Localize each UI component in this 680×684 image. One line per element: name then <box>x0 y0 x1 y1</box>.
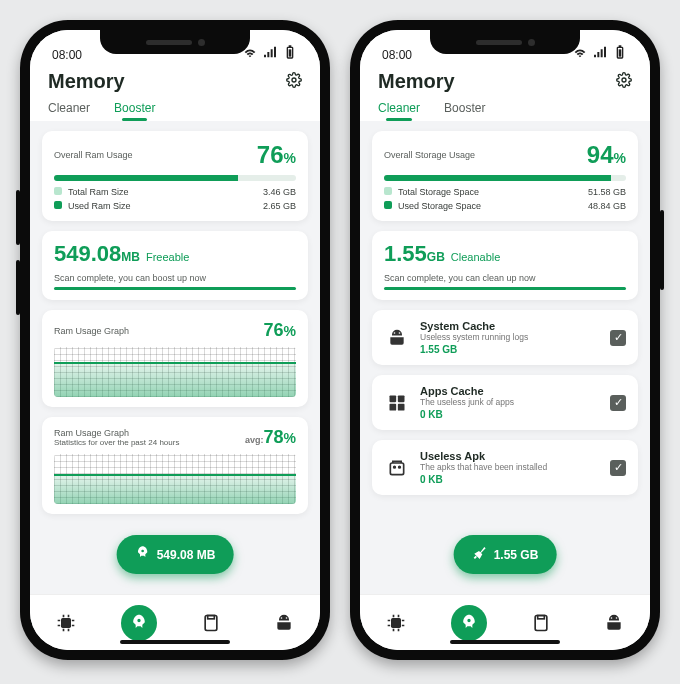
page-title: Memory <box>378 70 455 93</box>
clean-fab-label: 1.55 GB <box>494 548 539 562</box>
cleanable-unit: GB <box>427 250 445 264</box>
settings-button[interactable] <box>286 72 302 92</box>
scan-message: Scan complete, you can boost up now <box>54 273 296 283</box>
broom-icon <box>472 545 488 564</box>
screen: 08:00 Memory Cleaner <box>30 30 320 650</box>
checkbox[interactable]: ✓ <box>610 460 626 476</box>
settings-button[interactable] <box>616 72 632 92</box>
screen: 08:00 Memory Cleaner Booster O <box>360 30 650 650</box>
nav-boost[interactable] <box>451 605 487 641</box>
nav-cpu[interactable] <box>378 605 414 641</box>
tab-cleaner[interactable]: Cleaner <box>48 101 90 121</box>
phone-mockup-booster: 08:00 Memory Cleaner <box>20 20 330 660</box>
freeable-suffix: Freeable <box>146 251 189 263</box>
svg-rect-8 <box>398 395 405 402</box>
ram-graph-card-current: Ram Usage Graph 76% <box>42 310 308 407</box>
tab-cleaner[interactable]: Cleaner <box>378 101 420 121</box>
checkbox[interactable]: ✓ <box>610 395 626 411</box>
item-title: Apps Cache <box>420 385 600 397</box>
home-indicator <box>120 640 230 644</box>
clean-fab[interactable]: 1.55 GB <box>454 535 557 574</box>
graph1 <box>54 347 296 397</box>
used-ram-value: 2.65 GB <box>263 201 296 211</box>
graph2-avg: 78 <box>264 427 284 447</box>
scan-progress <box>384 287 626 290</box>
svg-point-12 <box>394 466 396 468</box>
nav-storage[interactable] <box>193 605 229 641</box>
used-ram-label: Used Ram Size <box>68 201 131 211</box>
scan-message: Scan complete, you can clean up now <box>384 273 626 283</box>
freeable-value: 549.08 <box>54 241 121 266</box>
svg-rect-11 <box>390 463 403 475</box>
freeable-card: 549.08MBFreeable Scan complete, you can … <box>42 231 308 300</box>
storage-usage-card: Overall Storage Usage 94% Total Storage … <box>372 131 638 221</box>
used-storage-value: 48.84 GB <box>588 201 626 211</box>
apk-icon <box>384 455 410 481</box>
boost-fab-label: 549.08 MB <box>157 548 216 562</box>
ram-usage-card: Overall Ram Usage 76% Total Ram Size3.46… <box>42 131 308 221</box>
item-title: System Cache <box>420 320 600 332</box>
item-size: 0 KB <box>420 409 600 420</box>
boost-fab[interactable]: 549.08 MB <box>117 535 234 574</box>
clean-item-useless-apk[interactable]: Useless Apk The apks that have been inst… <box>372 440 638 495</box>
total-ram-label: Total Ram Size <box>68 187 129 197</box>
graph2-subtitle: Statistics for over the past 24 hours <box>54 438 179 447</box>
svg-rect-14 <box>391 618 401 628</box>
storage-usage-title: Overall Storage Usage <box>384 150 475 160</box>
item-size: 0 KB <box>420 474 600 485</box>
tab-booster[interactable]: Booster <box>444 101 485 121</box>
svg-rect-10 <box>398 403 405 410</box>
graph1-percent: 76 <box>264 320 284 340</box>
notch <box>430 30 580 54</box>
graph2-title: Ram Usage Graph <box>54 428 179 438</box>
svg-rect-2 <box>61 618 71 628</box>
item-size: 1.55 GB <box>420 344 600 355</box>
svg-rect-16 <box>538 615 545 618</box>
app-header: Memory Cleaner Booster <box>30 64 320 121</box>
graph2 <box>54 454 296 504</box>
clean-item-apps-cache[interactable]: Apps Cache The useless junk of apps 0 KB… <box>372 375 638 430</box>
android-icon <box>384 325 410 351</box>
cleanable-value: 1.55 <box>384 241 427 266</box>
nav-boost[interactable] <box>121 605 157 641</box>
app-header: Memory Cleaner Booster <box>360 64 650 121</box>
item-title: Useless Apk <box>420 450 600 462</box>
graph1-title: Ram Usage Graph <box>54 326 129 336</box>
item-subtitle: The useless junk of apps <box>420 397 600 407</box>
storage-usage-bar <box>384 175 626 181</box>
cleanable-suffix: Cleanable <box>451 251 501 263</box>
svg-rect-7 <box>390 395 397 402</box>
apps-grid-icon <box>384 390 410 416</box>
tabs: Cleaner Booster <box>378 101 632 121</box>
phone-mockup-cleaner: 08:00 Memory Cleaner Booster O <box>350 20 660 660</box>
nav-cpu[interactable] <box>48 605 84 641</box>
used-storage-label: Used Storage Space <box>398 201 481 211</box>
total-ram-value: 3.46 GB <box>263 187 296 197</box>
ram-usage-bar <box>54 175 296 181</box>
clean-item-system-cache[interactable]: System Cache Useless system running logs… <box>372 310 638 365</box>
home-indicator <box>450 640 560 644</box>
svg-point-13 <box>399 466 401 468</box>
scan-progress <box>54 287 296 290</box>
tabs: Cleaner Booster <box>48 101 302 121</box>
svg-point-1 <box>292 78 296 82</box>
svg-rect-4 <box>208 615 215 618</box>
notch <box>100 30 250 54</box>
nav-apps[interactable] <box>266 605 302 641</box>
item-subtitle: The apks that have been installed <box>420 462 600 472</box>
nav-apps[interactable] <box>596 605 632 641</box>
svg-rect-9 <box>390 403 397 410</box>
ram-usage-percent: 76 <box>257 141 284 168</box>
svg-point-6 <box>622 78 626 82</box>
page-title: Memory <box>48 70 125 93</box>
freeable-unit: MB <box>121 250 140 264</box>
checkbox[interactable]: ✓ <box>610 330 626 346</box>
storage-usage-percent: 94 <box>587 141 614 168</box>
ram-graph-card-avg: Ram Usage Graph Statistics for over the … <box>42 417 308 514</box>
cleanable-card: 1.55GBCleanable Scan complete, you can c… <box>372 231 638 300</box>
item-subtitle: Useless system running logs <box>420 332 600 342</box>
total-storage-label: Total Storage Space <box>398 187 479 197</box>
rocket-icon <box>135 545 151 564</box>
nav-storage[interactable] <box>523 605 559 641</box>
tab-booster[interactable]: Booster <box>114 101 155 121</box>
